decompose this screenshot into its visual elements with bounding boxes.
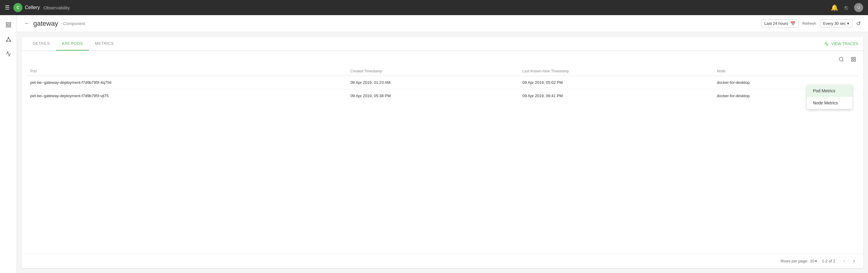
rows-per-page-value: 10 bbox=[810, 259, 814, 263]
navbar: ☰ C Cellery Observability 🔔 ⎋ U bbox=[0, 0, 868, 15]
svg-rect-14 bbox=[851, 60, 853, 61]
svg-rect-1 bbox=[9, 23, 10, 25]
svg-rect-13 bbox=[854, 57, 856, 59]
back-button[interactable]: ← bbox=[24, 20, 30, 27]
rows-per-page-label: Rows per page: bbox=[780, 259, 808, 263]
columns-icon[interactable] bbox=[848, 55, 858, 64]
cell-pod-2: pet-be--gateway-deployment-f7d9b795f-vjl… bbox=[27, 89, 347, 102]
page-title: gateway bbox=[33, 20, 58, 28]
cell-pod-1: pet-be--gateway-deployment-f7d9b795f-4q7… bbox=[27, 76, 347, 89]
pagination-info: 1-2 of 2 bbox=[822, 259, 835, 263]
col-lastknown: Last Known Alive Timestamp bbox=[519, 67, 713, 76]
col-created: Created Timestamp bbox=[347, 67, 519, 76]
rows-dropdown-icon: ▾ bbox=[815, 259, 817, 263]
next-page-button[interactable]: › bbox=[850, 257, 858, 265]
tab-metrics[interactable]: METRICS bbox=[89, 37, 120, 51]
chevron-down-icon: ▾ bbox=[847, 21, 849, 26]
page-subtitle: - Component bbox=[61, 21, 85, 26]
notification-icon[interactable]: 🔔 bbox=[831, 4, 838, 11]
refresh-interval-button[interactable]: Every 30 sec ▾ bbox=[820, 19, 852, 28]
avatar[interactable]: U bbox=[854, 3, 863, 12]
table-body: pet-be--gateway-deployment-f7d9b795f-4q7… bbox=[27, 76, 858, 102]
svg-point-4 bbox=[8, 37, 9, 38]
svg-line-8 bbox=[8, 38, 10, 40]
svg-point-10 bbox=[839, 57, 843, 61]
dropdown-item-node-metrics[interactable]: Node Metrics bbox=[807, 97, 852, 109]
cell-created-2: 09 Apr 2019, 05:38 PM bbox=[347, 89, 519, 102]
logo-wrapper: C Cellery bbox=[13, 3, 40, 12]
svg-rect-0 bbox=[6, 23, 8, 25]
date-range-label: Last 24 hours bbox=[765, 21, 788, 26]
svg-line-11 bbox=[842, 60, 843, 61]
share-icon[interactable]: ⎋ bbox=[844, 4, 848, 11]
app-title: Observability bbox=[43, 5, 70, 10]
sidebar bbox=[0, 15, 17, 273]
main-card: DETAILS K8S PODS METRICS VIEW TRACES bbox=[22, 37, 863, 268]
cell-lastknown-1: 09 Apr 2019, 05:02 PM bbox=[519, 76, 713, 89]
rows-per-page: Rows per page: 10 ▾ bbox=[780, 259, 817, 263]
refresh-button[interactable]: ↺ bbox=[856, 20, 861, 27]
pods-table-wrapper: Pod Created Timestamp Last Known Alive T… bbox=[22, 67, 863, 253]
brand-name: Cellery bbox=[25, 5, 40, 10]
header-actions: Last 24 hours 📅 Refresh Every 30 sec ▾ ↺ bbox=[761, 19, 861, 28]
svg-point-5 bbox=[6, 40, 7, 41]
date-range-button[interactable]: Last 24 hours 📅 bbox=[761, 19, 799, 28]
refresh-interval-value: Every 30 sec bbox=[823, 21, 846, 26]
table-toolbar bbox=[22, 51, 863, 67]
pagination-nav: ‹ › bbox=[840, 257, 858, 265]
main-layout: ← gateway - Component Last 24 hours 📅 Re… bbox=[0, 15, 868, 273]
svg-rect-12 bbox=[851, 57, 853, 59]
refresh-label: Refresh bbox=[802, 21, 816, 26]
pods-table: Pod Created Timestamp Last Known Alive T… bbox=[27, 67, 858, 102]
view-traces-label: VIEW TRACES bbox=[831, 41, 858, 46]
col-pod: Pod bbox=[27, 67, 347, 76]
calendar-icon: 📅 bbox=[790, 21, 795, 26]
search-icon[interactable] bbox=[837, 55, 846, 64]
hamburger-icon[interactable]: ☰ bbox=[5, 4, 10, 11]
tab-details[interactable]: DETAILS bbox=[27, 37, 56, 51]
sidebar-item-analytics[interactable] bbox=[2, 48, 14, 60]
table-row[interactable]: pet-be--gateway-deployment-f7d9b795f-vjl… bbox=[27, 89, 858, 102]
rows-per-page-select[interactable]: 10 ▾ bbox=[810, 259, 817, 263]
table-footer: Rows per page: 10 ▾ 1-2 of 2 ‹ › bbox=[22, 253, 863, 268]
svg-rect-15 bbox=[854, 60, 856, 61]
tab-k8spods[interactable]: K8S PODS bbox=[56, 37, 89, 51]
svg-line-7 bbox=[7, 38, 8, 40]
svg-point-6 bbox=[10, 40, 10, 41]
dropdown-item-pod-metrics[interactable]: Pod Metrics bbox=[807, 85, 852, 97]
navbar-left: ☰ C Cellery Observability bbox=[5, 3, 70, 12]
view-traces-action[interactable]: VIEW TRACES bbox=[824, 41, 858, 46]
svg-rect-3 bbox=[9, 25, 10, 27]
prev-page-button[interactable]: ‹ bbox=[840, 257, 848, 265]
metrics-dropdown: Pod Metrics Node Metrics bbox=[807, 85, 852, 109]
svg-rect-2 bbox=[6, 25, 8, 27]
page-header: ← gateway - Component Last 24 hours 📅 Re… bbox=[17, 15, 868, 32]
col-node: Node bbox=[713, 67, 858, 76]
content-area: ← gateway - Component Last 24 hours 📅 Re… bbox=[17, 15, 868, 273]
navbar-right: 🔔 ⎋ U bbox=[831, 3, 863, 12]
sidebar-item-topology[interactable] bbox=[2, 33, 14, 46]
cell-created-1: 09 Apr 2019, 01:23 AM bbox=[347, 76, 519, 89]
tabs-bar: DETAILS K8S PODS METRICS VIEW TRACES bbox=[22, 37, 863, 51]
logo-icon: C bbox=[13, 3, 22, 12]
cell-lastknown-2: 09 Apr 2019, 06:41 PM bbox=[519, 89, 713, 102]
table-header: Pod Created Timestamp Last Known Alive T… bbox=[27, 67, 858, 76]
table-row[interactable]: pet-be--gateway-deployment-f7d9b795f-4q7… bbox=[27, 76, 858, 89]
sidebar-item-dashboard[interactable] bbox=[2, 19, 14, 31]
